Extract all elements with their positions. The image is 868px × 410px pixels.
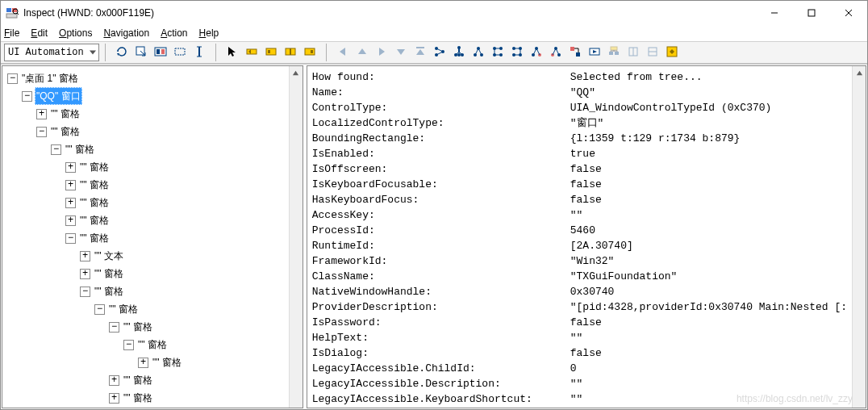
arrow-down-button[interactable] <box>393 44 409 61</box>
tree-node-label[interactable]: "桌面 1" 窗格 <box>20 69 80 87</box>
tree-node-label[interactable]: "" 窗格 <box>78 176 111 194</box>
tree-node[interactable]: "" 窗格 <box>4 336 287 354</box>
menu-edit[interactable]: Edit <box>31 27 48 39</box>
tree-node-label[interactable]: "" 窗格 <box>78 211 111 229</box>
scroll-up-icon[interactable] <box>853 66 866 80</box>
msaa-bridge-button[interactable] <box>567 44 583 61</box>
expand-icon[interactable] <box>36 109 47 119</box>
tree-scrollbar[interactable] <box>289 66 303 408</box>
collapse-icon[interactable] <box>94 304 105 315</box>
collapse-icon[interactable] <box>51 144 61 155</box>
clear-button[interactable] <box>645 44 661 61</box>
tree-node[interactable]: "" 文本 <box>4 247 287 265</box>
tree-node[interactable]: "" 窗格 <box>4 158 287 176</box>
expand-icon[interactable] <box>109 375 119 386</box>
refresh-button[interactable] <box>114 44 130 61</box>
minimize-button[interactable] <box>756 1 793 25</box>
collapse-icon[interactable] <box>36 127 47 137</box>
watch-cursor-button[interactable] <box>133 44 149 61</box>
parent-button[interactable] <box>470 44 486 61</box>
tree-node[interactable]: "" 窗格 <box>4 354 287 371</box>
caret-rect-button[interactable] <box>282 44 298 61</box>
tree-scroll[interactable]: "桌面 1" 窗格"QQ" 窗口"" 窗格"" 窗格"" 窗格"" 窗格"" 窗… <box>2 66 289 408</box>
show-rect-button[interactable] <box>172 44 188 61</box>
next-sibling-button[interactable] <box>490 44 506 61</box>
close-button[interactable] <box>830 1 867 25</box>
menu-help[interactable]: Help <box>199 27 219 39</box>
arrow-up-button[interactable] <box>354 44 370 61</box>
tree-node-label[interactable]: "" 窗格 <box>78 194 111 211</box>
tree-highlight-button[interactable] <box>432 44 448 61</box>
collapse-icon[interactable] <box>22 91 32 102</box>
tree-node[interactable]: "" 窗格 <box>4 389 287 407</box>
tree-node-label[interactable]: "" 窗格 <box>122 389 154 407</box>
parent-rect-button[interactable] <box>263 44 279 61</box>
tree-node-label[interactable]: "" 窗格 <box>93 282 125 300</box>
tree-node-label[interactable]: "" 窗格 <box>122 318 154 336</box>
first-sibling-button[interactable] <box>548 44 564 61</box>
tree-node-label[interactable]: "" 窗格 <box>93 265 125 282</box>
expand-icon[interactable] <box>80 251 90 261</box>
collapse-icon[interactable] <box>65 233 76 244</box>
menu-file[interactable]: File <box>4 27 19 39</box>
menu-navigation[interactable]: Navigation <box>103 27 149 39</box>
show-highlight-button[interactable] <box>664 44 680 61</box>
tree-node[interactable]: "" 窗格 <box>4 105 287 123</box>
arrow-left-button[interactable] <box>335 44 351 61</box>
show-caret-button[interactable] <box>191 44 207 61</box>
arrow-right-button[interactable] <box>373 44 390 61</box>
properties-scrollbar[interactable] <box>852 66 866 408</box>
tree-node[interactable]: "桌面 1" 窗格 <box>4 69 287 87</box>
tree-node-label[interactable]: "" 窗格 <box>78 229 111 247</box>
prev-sibling-button[interactable] <box>244 44 260 61</box>
action-default-button[interactable] <box>586 44 603 61</box>
tree-node[interactable]: "QQ" 窗口 <box>4 87 287 105</box>
tree-node[interactable]: "" 窗格 <box>4 229 287 247</box>
last-child-button[interactable] <box>528 44 545 61</box>
tree-node-label[interactable]: "" 窗格 <box>136 336 169 354</box>
expand-icon[interactable] <box>80 269 90 279</box>
properties-scroll[interactable]: How found:Selected from tree...Name:"QQ"… <box>307 66 852 408</box>
tree-node-label[interactable]: "" 文本 <box>93 247 125 265</box>
tree-node[interactable]: "" 窗格 <box>4 371 287 389</box>
tree-node-label[interactable]: "" 窗格 <box>122 371 154 389</box>
tree-node[interactable]: "" 窗格 <box>4 265 287 282</box>
tree-node-label[interactable]: "" 窗格 <box>49 105 81 123</box>
tree-node-label[interactable]: "" 窗格 <box>151 354 183 371</box>
tree-node[interactable]: "" 窗格 <box>4 123 287 140</box>
child-first-button[interactable] <box>451 44 467 61</box>
tree-node-label[interactable]: "QQ" 窗口 <box>35 87 82 105</box>
mode-select-wrap[interactable]: UI Automation <box>4 44 99 61</box>
tree-node[interactable]: "" 窗格 <box>4 176 287 194</box>
menu-action[interactable]: Action <box>161 27 187 39</box>
tree-node[interactable]: "" 窗格 <box>4 140 287 158</box>
arrow-bar-up-button[interactable] <box>412 44 428 61</box>
paste-button[interactable] <box>625 44 641 61</box>
expand-icon[interactable] <box>65 215 76 226</box>
tree-node[interactable]: "" 窗格 <box>4 300 287 318</box>
tree-node-label[interactable]: "" 窗格 <box>107 300 140 318</box>
collapse-icon[interactable] <box>80 287 90 297</box>
watch-focus-button[interactable] <box>152 44 169 61</box>
tree-node[interactable]: "" 窗格 <box>4 282 287 300</box>
collapse-icon[interactable] <box>7 73 18 84</box>
collapse-icon[interactable] <box>109 322 119 333</box>
pointer-button[interactable] <box>224 44 240 61</box>
expand-icon[interactable] <box>109 393 119 404</box>
expand-icon[interactable] <box>65 162 76 173</box>
tree-node-label[interactable]: "" 窗格 <box>49 123 81 140</box>
mode-select[interactable]: UI Automation <box>4 44 99 61</box>
tree-node[interactable]: "" 窗格 <box>4 318 287 336</box>
collapse-icon[interactable] <box>123 340 134 350</box>
prev-sibling-2-button[interactable] <box>509 44 525 61</box>
tree-node[interactable]: "" 窗格 <box>4 194 287 211</box>
menu-options[interactable]: Options <box>59 27 92 39</box>
tree-view[interactable]: "桌面 1" 窗格"QQ" 窗口"" 窗格"" 窗格"" 窗格"" 窗格"" 窗… <box>2 66 289 408</box>
expand-icon[interactable] <box>65 198 76 208</box>
copy-tree-button[interactable] <box>606 44 622 61</box>
expand-icon[interactable] <box>138 358 148 368</box>
tree-node[interactable]: "" 窗格 <box>4 211 287 229</box>
tree-node-label[interactable]: "" 窗格 <box>64 140 96 158</box>
tree-node-label[interactable]: "" 窗格 <box>78 158 111 176</box>
focus-rect-button[interactable] <box>302 44 318 61</box>
